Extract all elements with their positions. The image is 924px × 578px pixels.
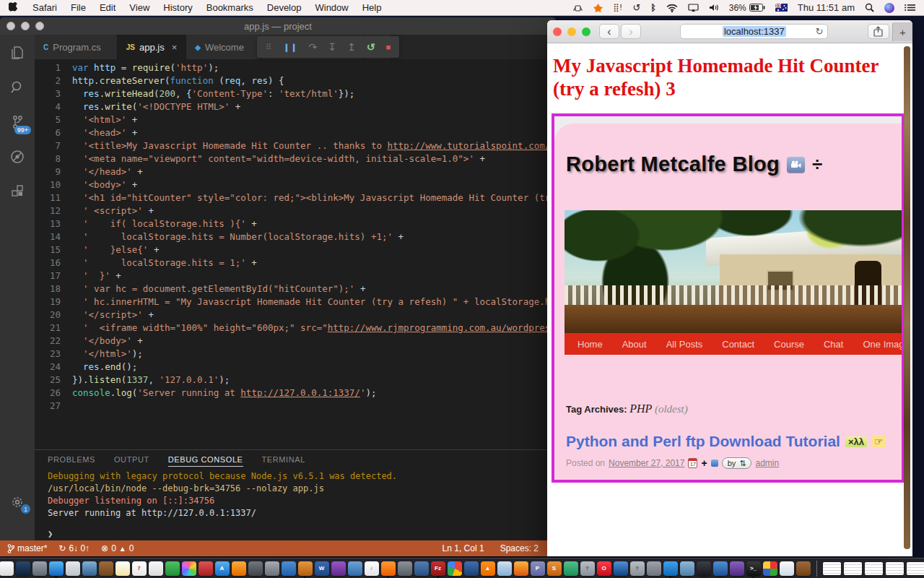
blog-nav-item[interactable]: About <box>622 339 647 350</box>
code-line[interactable]: 11 '<h1 id="hitCounter" style="color: re… <box>35 191 556 204</box>
code-line[interactable]: 21 ' <iframe width="100%" height="600px;… <box>35 322 556 335</box>
dock-app-icon[interactable] <box>32 561 47 576</box>
menu-item[interactable]: Window <box>315 2 348 13</box>
avast-icon[interactable] <box>593 2 603 14</box>
git-sync-indicator[interactable]: ↻6↓ 0↑ <box>58 543 90 553</box>
dock-app-icon[interactable] <box>49 561 64 576</box>
code-line[interactable]: 20 '</script>' + <box>35 309 556 322</box>
menu-item[interactable]: Help <box>362 2 382 13</box>
code-line[interactable]: 13 ' if( localStorage.hits ){' + <box>35 217 556 230</box>
code-line[interactable]: 12 ' <script>' + <box>35 204 556 217</box>
post-date-link[interactable]: November 27, 2017 <box>609 458 684 468</box>
code-line[interactable]: 4 res.write('<!DOCTYPE HTML>' + <box>35 100 556 113</box>
indentation-setting[interactable]: Spaces: 2 <box>500 543 539 553</box>
menu-item[interactable]: File <box>71 2 86 13</box>
scrollbar-thumb[interactable] <box>904 46 910 549</box>
address-bar[interactable]: localhost:1337 ↻ <box>680 24 828 39</box>
dock-app-icon[interactable] <box>348 561 362 576</box>
code-line[interactable]: 24 res.end(); <box>35 361 556 374</box>
explorer-icon[interactable] <box>8 43 27 62</box>
editor-tab[interactable]: C Program.cs <box>35 35 118 59</box>
dock-app-icon[interactable] <box>497 561 512 576</box>
panel-tab[interactable]: PROBLEMS <box>48 455 95 467</box>
dock-app-icon[interactable]: S <box>547 561 562 576</box>
dock-app-icon[interactable] <box>232 561 246 576</box>
code-line[interactable]: 17 ' }' + <box>35 269 556 282</box>
close-window-button[interactable] <box>553 27 562 36</box>
time-machine-icon[interactable]: ↺ <box>633 2 641 14</box>
code-line[interactable]: 23 '</html>'); <box>35 348 556 361</box>
back-button[interactable]: ‹ <box>599 24 619 39</box>
code-line[interactable]: 8 '<meta name="viewport" content="width=… <box>35 152 556 165</box>
dock-app-icon[interactable] <box>82 561 97 576</box>
dock-app-icon[interactable]: W <box>315 561 329 576</box>
debug-console-output[interactable]: Debugging with legacy protocol because N… <box>35 470 556 526</box>
wifi-icon[interactable] <box>666 2 678 14</box>
debug-pause-button[interactable]: ❙❙ <box>283 43 297 52</box>
dock-app-icon[interactable] <box>398 561 412 576</box>
dock-app-icon[interactable] <box>680 561 694 576</box>
dock-app-icon[interactable] <box>199 561 213 576</box>
zoom-window-button[interactable] <box>582 27 590 36</box>
dock-app-icon[interactable] <box>182 561 196 576</box>
dock-app-icon[interactable] <box>780 561 794 576</box>
menu-item[interactable]: History <box>163 2 192 13</box>
bluetooth-icon[interactable]: ᛒ <box>651 2 656 14</box>
share-button[interactable] <box>868 24 889 39</box>
dock-app-icon[interactable] <box>265 561 279 576</box>
dock-app-icon[interactable] <box>514 561 528 576</box>
code-line[interactable]: 25}).listen(1337, '127.0.0.1'); <box>35 374 556 387</box>
debug-console-prompt[interactable]: ❯ <box>35 526 556 540</box>
debug-restart-button[interactable]: ↺ <box>367 41 375 53</box>
blog-nav-item[interactable]: Course <box>774 339 804 350</box>
spotlight-icon[interactable] <box>865 2 874 14</box>
dock-app-icon[interactable]: >_ <box>746 561 761 576</box>
code-line[interactable]: 1var http = require('http'); <box>35 61 556 74</box>
blog-nav-item[interactable]: One Image Site <box>863 339 902 350</box>
dock-app-icon[interactable] <box>248 561 263 576</box>
menu-item[interactable]: View <box>129 2 149 13</box>
new-tab-button[interactable]: + <box>892 22 912 41</box>
post-title-link[interactable]: Python and Perl ftp Download Tutorial <box>566 433 840 450</box>
close-window-button[interactable] <box>6 22 15 30</box>
blog-nav-item[interactable]: Contact <box>722 339 754 350</box>
dock-app-icon[interactable] <box>614 561 628 576</box>
code-line[interactable]: 27 <box>35 400 556 413</box>
code-line[interactable]: 15 ' }else{' + <box>35 243 556 256</box>
dock-app-icon[interactable] <box>66 561 80 576</box>
code-line[interactable]: 26console.log('Server running at http://… <box>35 387 556 400</box>
reload-icon[interactable]: ↻ <box>815 26 823 37</box>
dock-app-icon[interactable] <box>713 561 728 576</box>
tab-close-icon[interactable]: × <box>172 42 178 53</box>
dock-app-icon[interactable] <box>663 561 678 576</box>
dock-app-icon[interactable] <box>647 561 661 576</box>
dock-app-icon[interactable] <box>282 561 296 576</box>
minimized-window-thumbnail[interactable] <box>844 562 862 575</box>
dock-app-icon[interactable] <box>0 561 14 576</box>
airplay-audio-icon[interactable] <box>572 2 583 14</box>
dock-app-icon[interactable]: O <box>597 561 611 576</box>
dock-app-icon[interactable]: A <box>215 561 230 576</box>
dock-app-icon[interactable]: P <box>531 561 545 576</box>
code-line[interactable]: 18 ' var hc = document.getElementById("h… <box>35 282 556 296</box>
dock-app-icon[interactable] <box>99 561 113 576</box>
battery-indicator[interactable]: 36% <box>729 3 765 13</box>
editor-tab[interactable]: JS app.js × <box>118 35 187 59</box>
code-line[interactable]: 5 '<html>' + <box>35 113 556 126</box>
blog-nav-item[interactable]: Home <box>578 339 603 350</box>
menu-item[interactable]: Safari <box>32 2 57 13</box>
dock-app-icon[interactable] <box>730 561 744 576</box>
minimized-window-thumbnail[interactable] <box>907 562 924 575</box>
panel-tab[interactable]: TERMINAL <box>262 455 305 467</box>
blog-title[interactable]: Robert Metcalfe Blog <box>566 152 780 176</box>
dock-app-icon[interactable]: ▲ <box>481 561 495 576</box>
code-line[interactable]: 10 '<body>' + <box>35 178 556 191</box>
code-editor[interactable]: 1var http = require('http');2http.create… <box>35 59 556 449</box>
zoom-window-button[interactable] <box>35 22 44 30</box>
debug-step-into-button[interactable]: ↧ <box>328 41 336 53</box>
code-line[interactable]: 3 res.writeHead(200, {'Content-Type': 't… <box>35 87 556 100</box>
minimized-window-thumbnail[interactable] <box>823 562 841 575</box>
dock-app-icon[interactable]: ? <box>580 561 595 576</box>
dock-app-icon[interactable]: Fz <box>431 561 445 576</box>
plus-icon[interactable]: + <box>701 457 707 469</box>
